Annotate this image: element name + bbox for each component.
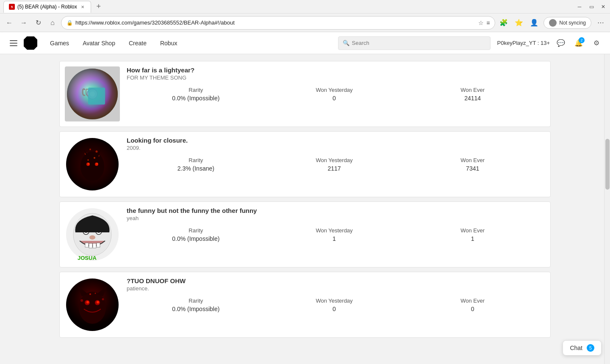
search-icon: 🔍 bbox=[343, 40, 349, 46]
back-button[interactable]: ← bbox=[3, 17, 15, 29]
badge-info-3: the funny but not the funny the other fu… bbox=[127, 207, 542, 242]
badge-image-4 bbox=[65, 277, 120, 332]
badge-subtitle-1: FOR MY THEME SONG bbox=[127, 74, 542, 81]
stat-won-yesterday-2: Won Yesterday 2117 bbox=[265, 157, 404, 172]
stat-won-ever-value-4: 0 bbox=[403, 306, 542, 312]
hamburger-line-2 bbox=[10, 43, 17, 44]
svg-rect-5 bbox=[88, 88, 105, 105]
stat-won-yesterday-value-1: 0 bbox=[265, 95, 404, 102]
url-text: https://www.roblox.com/games/3203685552/… bbox=[75, 19, 476, 26]
minimize-button[interactable]: ─ bbox=[576, 3, 583, 10]
stat-won-yesterday-4: Won Yesterday 0 bbox=[265, 298, 404, 312]
nav-robux[interactable]: Robux bbox=[154, 37, 183, 49]
svg-point-37 bbox=[79, 292, 106, 324]
stat-rarity-value-3: 0.0% (Impossible) bbox=[127, 235, 265, 242]
badge-card: How far is a lightyear? FOR MY THEME SON… bbox=[59, 61, 551, 127]
chat-nav-icon[interactable]: 💬 bbox=[554, 36, 568, 50]
stat-rarity-label-3: Rarity bbox=[127, 227, 265, 234]
stat-won-ever-label-3: Won Ever bbox=[403, 227, 542, 234]
stat-rarity-value-4: 0.0% (Impossible) bbox=[127, 306, 265, 312]
stat-won-yesterday-label-2: Won Yesterday bbox=[265, 157, 404, 163]
maximize-button[interactable]: ▭ bbox=[588, 3, 595, 10]
badge-title-4: ?TUO DNUOF OHW bbox=[127, 277, 542, 284]
svg-point-47 bbox=[95, 293, 96, 294]
home-button[interactable]: ⌂ bbox=[47, 17, 58, 29]
extensions-icon[interactable]: 🧩 bbox=[498, 17, 510, 29]
stat-rarity-label-1: Rarity bbox=[127, 87, 265, 93]
scrollbar-thumb[interactable] bbox=[605, 139, 610, 190]
roblox-logo[interactable] bbox=[24, 36, 37, 50]
nav-right: P0keyPlayz_YT : 13+ 💬 🔔 2 ⚙ bbox=[497, 36, 603, 50]
hamburger-line-3 bbox=[10, 45, 17, 46]
browser-menu-icon[interactable]: ⋯ bbox=[595, 17, 607, 29]
svg-point-28 bbox=[89, 235, 95, 240]
stat-rarity-value-1: 0.0% (Impossible) bbox=[127, 95, 265, 102]
search-bar[interactable]: 🔍 bbox=[338, 36, 491, 50]
badge-image-1 bbox=[65, 66, 120, 121]
title-bar-left: 5 (5) BEAR (Alpha) - Roblox ✕ + bbox=[3, 1, 105, 13]
stat-won-ever-1: Won Ever 24114 bbox=[403, 87, 542, 102]
refresh-button[interactable]: ↻ bbox=[32, 17, 44, 29]
notification-badge: 2 bbox=[579, 37, 585, 43]
forward-button[interactable]: → bbox=[18, 17, 30, 29]
collections-icon[interactable]: ⭐ bbox=[513, 17, 525, 29]
settings-icon[interactable]: ⚙ bbox=[590, 36, 603, 50]
badge-image-svg-2 bbox=[65, 137, 120, 192]
badge-card: Looking for closure. 2009. Rarity 2.3% (… bbox=[59, 131, 551, 197]
svg-point-12 bbox=[88, 160, 89, 161]
new-tab-button[interactable]: + bbox=[93, 1, 105, 13]
svg-point-44 bbox=[80, 299, 83, 302]
sync-label: Not syncing bbox=[559, 20, 586, 26]
hamburger-menu-button[interactable] bbox=[7, 36, 20, 50]
badge-stats-3: Rarity 0.0% (Impossible) Won Yesterday 1… bbox=[127, 227, 542, 242]
url-bar[interactable]: 🔒 https://www.roblox.com/games/320368555… bbox=[61, 16, 495, 30]
stat-won-ever-value-3: 1 bbox=[403, 235, 542, 242]
reading-list-icon[interactable]: ≡ bbox=[486, 19, 490, 26]
sync-button[interactable]: Not syncing bbox=[543, 17, 591, 29]
svg-point-46 bbox=[89, 293, 91, 295]
stat-won-yesterday-label-3: Won Yesterday bbox=[265, 227, 404, 234]
chat-button[interactable]: Chat 5 bbox=[563, 340, 602, 356]
stat-won-ever-3: Won Ever 1 bbox=[403, 227, 542, 242]
badge-title-3: the funny but not the funny the other fu… bbox=[127, 207, 542, 214]
browser-tab[interactable]: 5 (5) BEAR (Alpha) - Roblox ✕ bbox=[3, 1, 91, 13]
badge-card: JOSUA the funny but not the funny the ot… bbox=[59, 201, 551, 267]
stat-won-ever-value-1: 24114 bbox=[403, 95, 542, 102]
nav-games[interactable]: Games bbox=[44, 37, 75, 49]
tab-title: (5) BEAR (Alpha) - Roblox bbox=[17, 4, 77, 10]
nav-create[interactable]: Create bbox=[123, 37, 152, 49]
stat-rarity-1: Rarity 0.0% (Impossible) bbox=[127, 87, 265, 102]
notifications-icon[interactable]: 🔔 2 bbox=[572, 36, 585, 50]
stat-won-yesterday-3: Won Yesterday 1 bbox=[265, 227, 404, 242]
roblox-navbar: Games Avatar Shop Create Robux 🔍 P0keyPl… bbox=[0, 32, 610, 54]
badge-subtitle-3: yeah bbox=[127, 215, 542, 221]
badge-image-svg-4 bbox=[65, 277, 120, 332]
svg-point-7 bbox=[80, 152, 104, 181]
nav-avatar-shop[interactable]: Avatar Shop bbox=[77, 37, 121, 49]
tab-close-button[interactable]: ✕ bbox=[80, 4, 86, 10]
badge-image-svg-1 bbox=[65, 66, 120, 121]
badge-info-2: Looking for closure. 2009. Rarity 2.3% (… bbox=[127, 137, 542, 172]
search-input[interactable] bbox=[352, 40, 486, 46]
close-window-button[interactable]: ✕ bbox=[600, 3, 607, 10]
svg-rect-31 bbox=[93, 243, 96, 248]
badge-stats-2: Rarity 2.3% (Insane) Won Yesterday 2117 … bbox=[127, 157, 542, 172]
address-bar-right: 🧩 ⭐ 👤 Not syncing ⋯ bbox=[498, 17, 607, 29]
svg-rect-32 bbox=[97, 243, 100, 247]
tab-favicon: 5 bbox=[9, 4, 15, 10]
user-profile-icon[interactable]: 👤 bbox=[528, 17, 540, 29]
badge-info-1: How far is a lightyear? FOR MY THEME SON… bbox=[127, 66, 542, 102]
badge-image-2 bbox=[65, 137, 120, 192]
badge-subtitle-4: patience. bbox=[127, 285, 542, 292]
chat-badge: 5 bbox=[587, 344, 594, 352]
svg-point-41 bbox=[97, 301, 99, 303]
svg-rect-30 bbox=[89, 243, 92, 248]
main-content: How far is a lightyear? FOR MY THEME SON… bbox=[0, 54, 610, 364]
scrollbar[interactable] bbox=[604, 54, 610, 364]
svg-point-40 bbox=[86, 301, 89, 303]
stat-rarity-label-2: Rarity bbox=[127, 157, 265, 163]
bookmark-star-icon[interactable]: ☆ bbox=[478, 19, 484, 26]
address-bar: ← → ↻ ⌂ 🔒 https://www.roblox.com/games/3… bbox=[0, 14, 610, 32]
title-bar-controls: ─ ▭ ✕ bbox=[576, 3, 607, 10]
badge-info-4: ?TUO DNUOF OHW patience. Rarity 0.0% (Im… bbox=[127, 277, 542, 312]
